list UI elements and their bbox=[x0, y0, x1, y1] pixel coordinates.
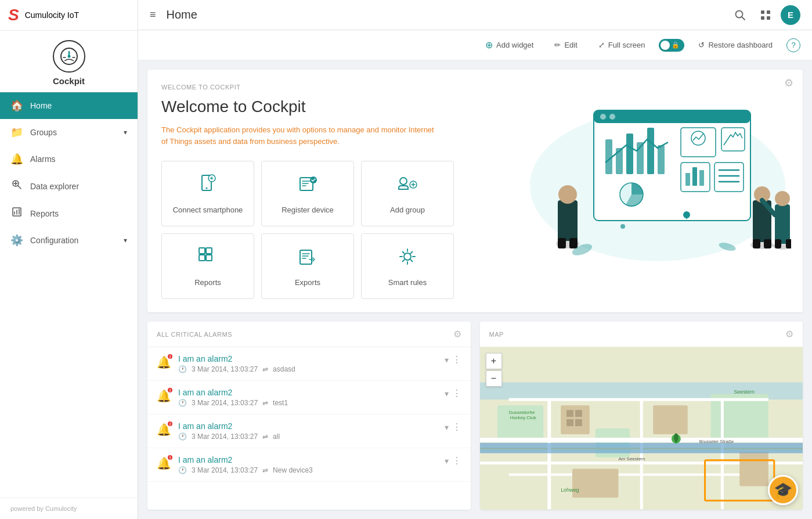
user-avatar[interactable]: E bbox=[781, 5, 800, 25]
home-icon: 🏠 bbox=[10, 99, 23, 112]
alarm-device-2: test1 bbox=[273, 399, 288, 407]
svg-rect-24 bbox=[594, 110, 750, 123]
alarm-more-icon-3[interactable]: ⋮ bbox=[452, 421, 461, 432]
cockpit-logo-svg bbox=[59, 46, 80, 67]
map-gear-icon[interactable]: ⚙ bbox=[785, 329, 793, 340]
svg-point-45 bbox=[620, 224, 625, 229]
map-zoom-out-button[interactable]: − bbox=[486, 370, 502, 387]
svg-rect-18 bbox=[199, 255, 205, 261]
alarm-critical-dot-1: ! bbox=[167, 353, 174, 360]
svg-point-25 bbox=[600, 114, 606, 120]
alarm-more-icon-4[interactable]: ⋮ bbox=[452, 455, 461, 466]
sidebar-item-label-reports: Reports bbox=[30, 209, 59, 218]
svg-rect-60 bbox=[775, 239, 781, 248]
brand-header: S Cumulocity IoT bbox=[0, 0, 138, 31]
sidebar: S Cumulocity IoT Cockpit 🏠 Home 📁 Groups… bbox=[0, 0, 138, 519]
svg-text:Am Seestern: Am Seestern bbox=[618, 456, 645, 462]
qa-reports[interactable]: Reports bbox=[161, 233, 254, 299]
alarms-gear-icon[interactable]: ⚙ bbox=[453, 329, 461, 340]
svg-text:Hockey Club: Hockey Club bbox=[510, 415, 536, 420]
cockpit-label: Cockpit bbox=[53, 76, 85, 86]
cockpit-logo-circle bbox=[53, 40, 85, 73]
svg-point-49 bbox=[558, 185, 577, 204]
page-title: Home bbox=[167, 8, 724, 21]
svg-rect-34 bbox=[681, 128, 716, 157]
svg-rect-28 bbox=[616, 148, 623, 174]
svg-text:Dusseldorfer: Dusseldorfer bbox=[508, 410, 535, 415]
map-container[interactable]: + − bbox=[480, 347, 803, 510]
search-button[interactable] bbox=[730, 5, 750, 26]
welcome-card: ⚙ WELCOME TO COCKPIT Welcome to Cockpit … bbox=[147, 70, 803, 312]
alarm-bell-wrapper-4: 🔔 ! bbox=[157, 455, 171, 470]
alarm-more-icon-2[interactable]: ⋮ bbox=[452, 388, 461, 399]
alarm-device-3: all bbox=[273, 432, 280, 441]
map-zoom-in-button[interactable]: + bbox=[486, 353, 502, 369]
main-area: ≡ Home E ⊕ Add widget bbox=[138, 0, 812, 519]
qa-label-smart-rules: Smart rules bbox=[388, 278, 427, 287]
qa-exports[interactable]: Exports bbox=[261, 233, 354, 299]
alarm-more-icon-1[interactable]: ⋮ bbox=[452, 354, 461, 365]
alarm-bell-wrapper-2: 🔔 ! bbox=[157, 388, 171, 403]
edit-button[interactable]: ✏ Edit bbox=[547, 37, 584, 53]
alarm-expand-icon-3[interactable]: ▾ bbox=[445, 423, 449, 432]
data-explorer-icon bbox=[10, 179, 23, 193]
fullscreen-icon: ⤢ bbox=[598, 41, 605, 49]
help-button[interactable]: ? bbox=[786, 38, 800, 52]
welcome-illustration bbox=[524, 93, 791, 267]
qa-connect-smartphone[interactable]: Connect smartphone bbox=[161, 161, 254, 226]
svg-rect-17 bbox=[206, 248, 212, 254]
lock-toggle[interactable]: 🔒 bbox=[659, 39, 684, 52]
map-svg: Am Seestern Brusseler Straße Seestern Lo… bbox=[480, 347, 803, 510]
alarm-critical-dot-3: ! bbox=[167, 420, 174, 427]
tutorial-button[interactable]: 🎓 bbox=[768, 475, 798, 505]
restore-dashboard-button[interactable]: ↺ Restore dashboard bbox=[691, 37, 779, 53]
device-icon-1: ⇌ bbox=[262, 365, 268, 373]
alarm-body-4: I am an alarm2 🕐 3 Mar 2014, 13:03:27 ⇌ … bbox=[178, 455, 438, 474]
qa-add-group[interactable]: Add group bbox=[361, 161, 454, 226]
sidebar-item-groups[interactable]: 📁 Groups ▾ bbox=[0, 119, 138, 146]
smart-rules-icon bbox=[396, 246, 418, 272]
sidebar-item-alarms[interactable]: 🔔 Alarms bbox=[0, 146, 138, 172]
welcome-card-gear-icon[interactable]: ⚙ bbox=[784, 77, 793, 89]
alarm-title-4[interactable]: I am an alarm2 bbox=[178, 455, 438, 464]
content-area: ⚙ WELCOME TO COCKPIT Welcome to Cockpit … bbox=[138, 60, 812, 519]
svg-point-21 bbox=[404, 253, 411, 260]
apps-grid-button[interactable] bbox=[755, 5, 776, 26]
alarm-expand-icon-4[interactable]: ▾ bbox=[445, 456, 449, 466]
svg-rect-31 bbox=[647, 128, 654, 174]
alarm-expand-icon-2[interactable]: ▾ bbox=[445, 389, 449, 398]
svg-rect-50 bbox=[558, 238, 566, 248]
chevron-down-icon-config: ▾ bbox=[124, 236, 127, 244]
brand-name: Cumulocity IoT bbox=[25, 10, 79, 20]
qa-smart-rules[interactable]: Smart rules bbox=[361, 233, 454, 299]
sidebar-item-data-explorer[interactable]: Data explorer bbox=[0, 172, 138, 200]
full-screen-button[interactable]: ⤢ Full screen bbox=[591, 37, 652, 53]
svg-rect-7 bbox=[761, 16, 764, 20]
svg-point-10 bbox=[206, 188, 208, 189]
bottom-grid: ALL CRITICAL ALARMS ⚙ 🔔 ! I am an alarm2… bbox=[147, 322, 803, 510]
qa-register-device[interactable]: Register device bbox=[261, 161, 354, 226]
sidebar-item-configuration[interactable]: ⚙️ Configuration ▾ bbox=[0, 227, 138, 254]
alarm-row: 🔔 ! I am an alarm2 🕐 3 Mar 2014, 13:03:2… bbox=[147, 381, 471, 415]
smartphone-icon bbox=[197, 173, 219, 200]
add-widget-button[interactable]: ⊕ Add widget bbox=[478, 36, 540, 54]
alarm-device-1: asdasd bbox=[273, 365, 295, 373]
alarm-title-2[interactable]: I am an alarm2 bbox=[178, 388, 438, 397]
svg-rect-41 bbox=[714, 163, 744, 192]
alarm-expand-icon-1[interactable]: ▾ bbox=[445, 355, 449, 365]
alarm-title-1[interactable]: I am an alarm2 bbox=[178, 354, 438, 363]
svg-point-14 bbox=[400, 178, 407, 185]
plus-icon: ⊕ bbox=[485, 39, 493, 51]
hamburger-icon[interactable]: ≡ bbox=[150, 9, 156, 21]
svg-rect-55 bbox=[753, 239, 760, 248]
map-card: MAP ⚙ + − bbox=[480, 322, 803, 510]
sidebar-item-reports[interactable]: Reports bbox=[0, 200, 138, 227]
register-device-icon bbox=[297, 173, 319, 200]
alarm-title-3[interactable]: I am an alarm2 bbox=[178, 421, 438, 431]
svg-point-59 bbox=[775, 191, 790, 206]
svg-rect-6 bbox=[767, 10, 770, 14]
sidebar-item-home[interactable]: 🏠 Home bbox=[0, 92, 138, 119]
sidebar-footer: powered by Cumulocity bbox=[0, 498, 138, 519]
alarm-meta-1: 🕐 3 Mar 2014, 13:03:27 ⇌ asdasd bbox=[178, 365, 438, 373]
sidebar-item-label-data-explorer: Data explorer bbox=[30, 182, 79, 191]
